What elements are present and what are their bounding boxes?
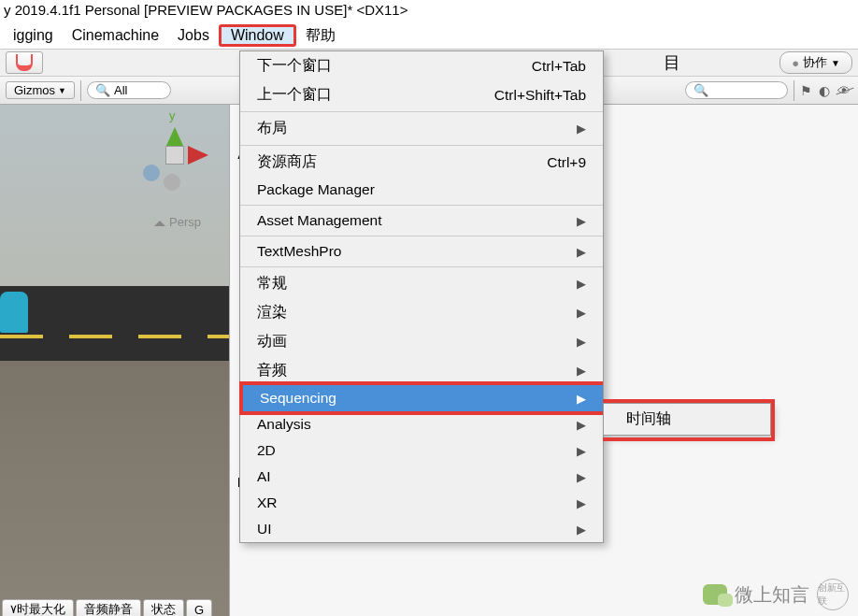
type-filter-icon[interactable]: ◐ bbox=[819, 83, 834, 98]
menu-animation[interactable]: 动画▶ bbox=[240, 327, 603, 356]
menu-layouts[interactable]: 布局▶ bbox=[240, 114, 603, 143]
chevron-right-icon: ▶ bbox=[577, 214, 586, 228]
menu-ai[interactable]: AI▶ bbox=[240, 464, 603, 490]
axis-z-icon bbox=[143, 165, 160, 181]
hidden-toggle-icon[interactable]: 👁 bbox=[837, 83, 852, 98]
gizmos-label: Gizmos bbox=[14, 83, 55, 97]
watermark-text: 微上知言 bbox=[735, 582, 809, 608]
brand-logo: 创新互联 bbox=[817, 579, 849, 610]
sequencing-submenu: 时间轴 bbox=[603, 403, 771, 436]
menu-asset-store[interactable]: 资源商店Ctrl+9 bbox=[240, 148, 603, 177]
axis-x-icon bbox=[188, 146, 218, 165]
chevron-right-icon: ▶ bbox=[577, 392, 586, 406]
scene-car bbox=[0, 292, 28, 333]
menu-package-manager[interactable]: Package Manager bbox=[240, 177, 603, 203]
scene-road bbox=[0, 286, 229, 361]
axis-neg-y-icon bbox=[164, 174, 180, 191]
persp-icon bbox=[154, 215, 165, 226]
chevron-down-icon: ▼ bbox=[58, 86, 66, 95]
persp-label[interactable]: Persp bbox=[154, 215, 201, 229]
menu-jobs[interactable]: Jobs bbox=[168, 25, 219, 46]
cloud-icon: ● bbox=[792, 56, 799, 70]
project-search[interactable]: 🔍 bbox=[685, 81, 788, 99]
separator bbox=[80, 80, 81, 101]
main-menu-bar: igging Cinemachine Jobs Window 帮助 bbox=[0, 22, 858, 49]
chevron-down-icon: ▼ bbox=[831, 58, 840, 68]
gizmos-toggle[interactable]: G bbox=[186, 599, 212, 616]
chevron-right-icon: ▶ bbox=[577, 496, 586, 510]
collab-button[interactable]: ● 协作 ▼ bbox=[779, 51, 852, 74]
mute-audio-toggle[interactable]: 音频静音 bbox=[76, 599, 141, 616]
scene-search[interactable]: 🔍 All bbox=[87, 81, 171, 99]
search-text: All bbox=[114, 83, 127, 97]
search-icon: 🔍 bbox=[694, 83, 708, 97]
scene-view[interactable]: y Persp ۷时最大化 音频静音 状态 G bbox=[0, 105, 229, 616]
collab-label: 协作 bbox=[803, 54, 827, 71]
chevron-right-icon: ▶ bbox=[577, 245, 586, 259]
submenu-timeline[interactable]: 时间轴 bbox=[604, 404, 770, 435]
chevron-right-icon: ▶ bbox=[577, 418, 586, 432]
menu-asset-management[interactable]: Asset Management▶ bbox=[240, 208, 603, 234]
chevron-right-icon: ▶ bbox=[577, 444, 586, 458]
favorite-filter-icon[interactable]: ⚑ bbox=[800, 83, 815, 98]
maximize-toggle[interactable]: ۷时最大化 bbox=[2, 599, 74, 616]
menu-2d[interactable]: 2D▶ bbox=[240, 437, 603, 464]
scene-ground bbox=[0, 333, 229, 616]
orientation-gizmo[interactable]: y bbox=[136, 108, 210, 202]
menu-general[interactable]: 常规▶ bbox=[240, 269, 603, 298]
chevron-right-icon: ▶ bbox=[577, 523, 586, 537]
menu-xr[interactable]: XR▶ bbox=[240, 490, 603, 516]
menu-sequencing[interactable]: Sequencing▶ bbox=[243, 385, 603, 411]
menu-rendering[interactable]: 渲染▶ bbox=[240, 298, 603, 327]
game-toolbar: ۷时最大化 音频静音 状态 G bbox=[0, 599, 214, 616]
watermark: 微上知言 创新互联 bbox=[703, 579, 849, 610]
chevron-right-icon: ▶ bbox=[577, 306, 586, 320]
gizmo-cube-icon bbox=[165, 146, 184, 165]
menu-rigging[interactable]: igging bbox=[4, 25, 63, 46]
stats-toggle[interactable]: 状态 bbox=[143, 599, 184, 616]
wechat-icon bbox=[703, 584, 727, 605]
window-title: y 2019.4.1f1 Personal [PREVIEW PACKAGES … bbox=[0, 0, 858, 22]
search-icon: 🔍 bbox=[95, 83, 110, 97]
chevron-right-icon: ▶ bbox=[577, 277, 586, 291]
chevron-right-icon: ▶ bbox=[577, 335, 586, 349]
magnet-icon bbox=[16, 54, 33, 71]
menu-next-window[interactable]: 下一个窗口Ctrl+Tab bbox=[240, 51, 603, 80]
gizmos-menu[interactable]: Gizmos ▼ bbox=[6, 81, 75, 99]
snap-button[interactable] bbox=[6, 51, 43, 74]
separator bbox=[794, 80, 794, 101]
chevron-right-icon: ▶ bbox=[577, 122, 586, 136]
menu-prev-window[interactable]: 上一个窗口Ctrl+Shift+Tab bbox=[240, 80, 603, 109]
chevron-right-icon: ▶ bbox=[577, 470, 586, 484]
menu-help[interactable]: 帮助 bbox=[296, 24, 345, 48]
panel-label: 目 bbox=[664, 51, 680, 74]
axis-y-icon bbox=[165, 118, 184, 148]
menu-ui[interactable]: UI▶ bbox=[240, 516, 603, 542]
chevron-right-icon: ▶ bbox=[577, 364, 586, 378]
menu-cinemachine[interactable]: Cinemachine bbox=[63, 25, 168, 46]
menu-textmeshpro[interactable]: TextMeshPro▶ bbox=[240, 238, 603, 265]
window-menu-popup: 下一个窗口Ctrl+Tab 上一个窗口Ctrl+Shift+Tab 布局▶ 资源… bbox=[239, 50, 604, 543]
menu-analysis[interactable]: Analysis▶ bbox=[240, 411, 603, 437]
menu-window[interactable]: Window bbox=[219, 24, 296, 47]
